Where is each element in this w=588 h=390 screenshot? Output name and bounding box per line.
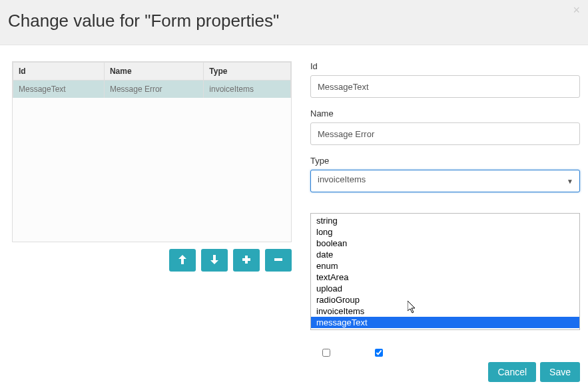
type-option-upload[interactable]: upload (311, 283, 579, 294)
close-icon[interactable]: × (573, 4, 580, 16)
type-option-textArea[interactable]: textArea (311, 272, 579, 283)
id-input[interactable] (310, 75, 580, 98)
type-option-invoiceItems[interactable]: invoiceItems (311, 305, 579, 317)
right-column: Id Name Type invoiceItems ▼ stringlongbo… (310, 61, 580, 359)
type-option-long[interactable]: long (311, 226, 579, 238)
plus-icon (242, 256, 250, 266)
type-option-string[interactable]: string (311, 215, 579, 226)
name-input[interactable] (310, 122, 580, 145)
checkbox-2[interactable] (375, 349, 383, 357)
modal-header: × Change value for "Form properties" (0, 0, 588, 45)
col-header-type: Type (204, 63, 291, 81)
type-option-boolean[interactable]: boolean (311, 238, 579, 249)
move-up-button[interactable] (169, 249, 196, 272)
move-down-button[interactable] (201, 249, 228, 272)
cell-name: Message Error (104, 81, 203, 98)
remove-button[interactable] (265, 249, 292, 272)
type-select[interactable]: invoiceItems (310, 170, 580, 192)
type-option-messageText[interactable]: messageText (311, 317, 579, 328)
table-toolbar (12, 249, 292, 272)
modal-title: Change value for "Form properties" (8, 11, 575, 31)
checkbox-1[interactable] (322, 349, 330, 357)
table-row[interactable]: MessageText Message Error invoiceItems (13, 81, 291, 98)
modal-body: Id Name Type MessageText Message Error i… (0, 45, 588, 367)
type-label: Type (310, 156, 580, 166)
cell-type: invoiceItems (204, 81, 291, 98)
type-option-radioGroup[interactable]: radioGroup (311, 294, 579, 305)
type-dropdown[interactable]: stringlongbooleandateenumtextAreauploadr… (310, 213, 580, 330)
properties-table-container: Id Name Type MessageText Message Error i… (12, 61, 292, 242)
cancel-button[interactable]: Cancel (488, 362, 536, 382)
checkbox-row (310, 347, 580, 359)
left-column: Id Name Type MessageText Message Error i… (12, 61, 292, 359)
add-button[interactable] (233, 249, 260, 272)
minus-icon (274, 256, 282, 266)
col-header-id: Id (13, 63, 105, 81)
modal-footer: Cancel Save (488, 362, 580, 382)
col-header-name: Name (104, 63, 203, 81)
properties-table: Id Name Type MessageText Message Error i… (13, 62, 291, 98)
id-label: Id (310, 61, 580, 71)
cell-id: MessageText (13, 81, 105, 98)
name-label: Name (310, 108, 580, 118)
type-option-date[interactable]: date (311, 249, 579, 260)
arrow-up-icon (178, 255, 186, 266)
arrow-down-icon (210, 255, 218, 266)
type-option-enum[interactable]: enum (311, 260, 579, 272)
save-button[interactable]: Save (540, 362, 580, 382)
